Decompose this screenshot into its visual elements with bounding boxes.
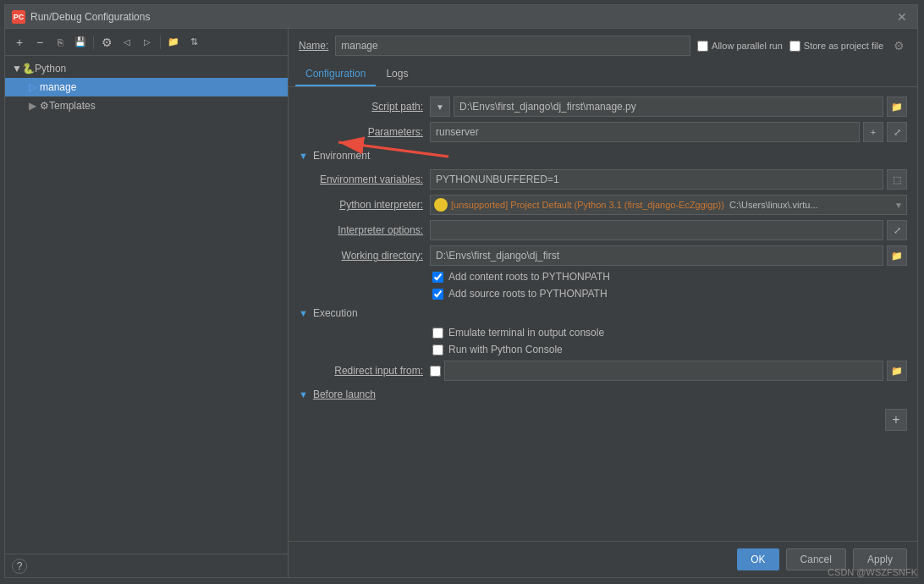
python-label: Python xyxy=(35,63,66,74)
add-content-roots-checkbox[interactable] xyxy=(432,272,443,283)
before-launch-arrow-icon: ▼ xyxy=(299,389,308,399)
python-icon: 🐍 xyxy=(22,63,35,74)
help-icon[interactable]: ? xyxy=(12,559,27,574)
arrow-left-button[interactable]: ◁ xyxy=(118,33,136,52)
name-row: Name: Allow parallel run Store as projec… xyxy=(289,29,917,63)
remove-button[interactable]: − xyxy=(30,33,49,52)
env-variables-row: Environment variables: ⬚ xyxy=(289,167,917,192)
before-launch-add-button[interactable]: + xyxy=(885,409,907,431)
tree-area: ▼ 🐍 Python ▷ manage ▶ ⚙ Templates xyxy=(5,56,288,554)
folder-button[interactable]: 📁 xyxy=(164,33,183,52)
execution-arrow-icon: ▼ xyxy=(299,308,308,318)
save-button[interactable]: 💾 xyxy=(71,33,90,52)
parameters-expand[interactable]: ⤢ xyxy=(887,122,907,142)
python-interpreter-label: Python interpreter: xyxy=(299,199,430,211)
add-source-roots-checkbox[interactable] xyxy=(432,289,443,300)
execution-label: Execution xyxy=(313,307,358,319)
working-directory-input[interactable] xyxy=(430,245,883,266)
env-variables-value: ⬚ xyxy=(430,169,907,190)
config-body: Script path: ▼ 📁 Parameters: + ⤢ xyxy=(289,87,917,541)
working-directory-row: Working directory: 📁 xyxy=(289,243,917,268)
script-path-row: Script path: ▼ 📁 xyxy=(289,94,917,119)
env-variables-browse[interactable]: ⬚ xyxy=(887,169,907,190)
script-path-value: ▼ 📁 xyxy=(430,96,907,117)
manage-icon: ▷ xyxy=(29,81,36,93)
tabs-bar: Configuration Logs xyxy=(289,63,917,87)
redirect-input-checkbox[interactable] xyxy=(430,366,441,377)
emulate-terminal-checkbox[interactable] xyxy=(432,328,443,339)
add-content-roots-label: Add content roots to PYTHONPATH xyxy=(448,271,610,283)
env-arrow-icon: ▼ xyxy=(299,151,308,161)
redirect-input-label: Redirect input from: xyxy=(299,365,430,377)
store-as-project-label: Store as project file xyxy=(804,41,883,51)
allow-parallel-group: Allow parallel run xyxy=(697,41,783,52)
parameters-input[interactable] xyxy=(430,122,860,142)
close-button[interactable]: ✕ xyxy=(894,10,910,24)
ok-button[interactable]: OK xyxy=(737,548,778,570)
redirect-input-field[interactable] xyxy=(444,361,883,381)
arrow-right-button[interactable]: ▷ xyxy=(138,33,157,52)
script-path-input[interactable] xyxy=(454,96,883,117)
app-icon: PC xyxy=(12,10,25,24)
interpreter-options-expand[interactable]: ⤢ xyxy=(887,220,907,240)
tree-item-templates[interactable]: ▶ ⚙ Templates xyxy=(5,96,288,115)
add-content-roots-row: Add content roots to PYTHONPATH xyxy=(289,268,917,285)
python-interpreter-select[interactable]: [unsupported] Project Default (Python 3.… xyxy=(430,195,907,215)
allow-parallel-checkbox[interactable] xyxy=(697,41,708,52)
interpreter-text: [unsupported] Project Default (Python 3.… xyxy=(451,200,894,210)
parameters-label: Parameters: xyxy=(299,126,430,138)
interpreter-options-row: Interpreter options: ⤢ xyxy=(289,218,917,243)
store-as-project-group: Store as project file xyxy=(789,41,883,52)
before-launch-label: Before launch xyxy=(313,388,376,400)
add-button[interactable]: + xyxy=(10,33,29,52)
config-gear-button[interactable]: ⚙ xyxy=(890,37,907,54)
run-debug-dialog: PC Run/Debug Configurations ✕ + − ⎘ 💾 ⚙ … xyxy=(4,4,918,578)
before-launch-section-header[interactable]: ▼ Before launch xyxy=(289,383,917,405)
left-panel: + − ⎘ 💾 ⚙ ◁ ▷ 📁 ⇅ ▼ 🐍 Python xyxy=(5,29,289,577)
dialog-title: Run/Debug Configurations xyxy=(30,11,894,23)
name-input[interactable] xyxy=(335,36,690,56)
tree-arrow-python: ▼ xyxy=(12,63,22,74)
working-directory-browse[interactable]: 📁 xyxy=(887,245,907,266)
tab-logs[interactable]: Logs xyxy=(376,63,418,86)
emulate-terminal-label: Emulate terminal in output console xyxy=(448,327,604,339)
execution-section-header[interactable]: ▼ Execution xyxy=(289,302,917,324)
env-variables-input[interactable] xyxy=(430,169,883,190)
script-path-browse[interactable]: 📁 xyxy=(887,96,907,117)
templates-label: Templates xyxy=(49,100,96,112)
templates-icon: ⚙ xyxy=(40,100,49,112)
redirect-input-value: 📁 xyxy=(430,361,907,381)
environment-section-header[interactable]: ▼ Environment xyxy=(289,145,917,167)
tree-python-root[interactable]: ▼ 🐍 Python xyxy=(5,59,288,78)
name-label: Name: xyxy=(299,40,328,52)
run-python-console-row: Run with Python Console xyxy=(289,341,917,358)
settings-button[interactable]: ⚙ xyxy=(97,33,116,52)
copy-button[interactable]: ⎘ xyxy=(51,33,69,52)
python-interpreter-value: [unsupported] Project Default (Python 3.… xyxy=(430,195,907,215)
environment-label: Environment xyxy=(313,150,370,162)
redirect-input-row: Redirect input from: 📁 xyxy=(289,358,917,383)
working-directory-value: 📁 xyxy=(430,245,907,266)
working-directory-label: Working directory: xyxy=(299,250,430,262)
interpreter-options-value: ⤢ xyxy=(430,220,907,240)
title-bar: PC Run/Debug Configurations ✕ xyxy=(5,5,917,29)
run-python-console-label: Run with Python Console xyxy=(448,344,563,355)
interpreter-options-label: Interpreter options: xyxy=(299,224,430,236)
interpreter-globe-icon xyxy=(434,198,448,212)
manage-label: manage xyxy=(40,81,76,93)
interpreter-options-input[interactable] xyxy=(430,220,883,240)
run-python-console-checkbox[interactable] xyxy=(432,344,443,355)
tree-item-manage[interactable]: ▷ manage xyxy=(5,78,288,96)
redirect-input-browse[interactable]: 📁 xyxy=(887,361,907,381)
store-as-project-checkbox[interactable] xyxy=(789,41,800,52)
tab-configuration[interactable]: Configuration xyxy=(295,63,376,86)
sort-button[interactable]: ⇅ xyxy=(184,33,203,52)
allow-parallel-label: Allow parallel run xyxy=(712,41,783,51)
parameters-value: + ⤢ xyxy=(430,122,907,142)
separator-2 xyxy=(160,36,161,49)
toolbar: + − ⎘ 💾 ⚙ ◁ ▷ 📁 ⇅ xyxy=(5,29,288,56)
emulate-terminal-row: Emulate terminal in output console xyxy=(289,324,917,341)
parameters-plus[interactable]: + xyxy=(863,122,883,142)
watermark: CSDN @WSZFSNFK xyxy=(828,567,917,577)
script-path-dropdown[interactable]: ▼ xyxy=(430,96,450,117)
